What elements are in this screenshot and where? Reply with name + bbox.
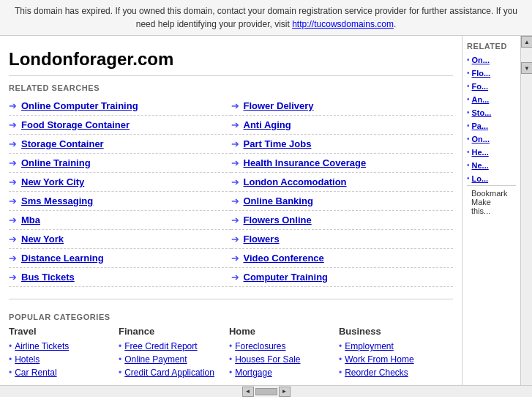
arrow-icon: •: [467, 95, 470, 103]
search-link[interactable]: Online Banking: [244, 195, 313, 206]
sidebar-link[interactable]: Ne...: [472, 161, 489, 170]
scroll-thumb[interactable]: [255, 388, 277, 395]
scroll-left-button[interactable]: ◄: [242, 387, 254, 397]
category-link[interactable]: Foreclosures: [235, 341, 285, 351]
category-link[interactable]: Mortgage: [235, 368, 272, 378]
search-item: ➔Sms Messaging: [9, 192, 231, 211]
category-link[interactable]: Reorder Checks: [345, 368, 408, 378]
category-column: HomeForeclosuresHouses For SaleMortgage: [229, 326, 324, 379]
category-item: Reorder Checks: [339, 366, 434, 379]
arrow-icon: •: [467, 135, 470, 143]
sidebar-item: •He...: [467, 146, 516, 159]
scroll-right-button[interactable]: ►: [279, 387, 291, 397]
search-link[interactable]: Food Storage Container: [21, 119, 130, 130]
vertical-scrollbar[interactable]: ▲ ▼: [520, 36, 532, 385]
sidebar-link[interactable]: Pa...: [472, 122, 489, 130]
arrow-icon: ➔: [9, 157, 17, 168]
search-link[interactable]: Flowers: [244, 234, 280, 245]
search-link[interactable]: Mba: [21, 215, 40, 225]
category-item: Mortgage: [229, 366, 324, 379]
category-title: Finance: [119, 326, 214, 337]
search-item: ➔London Accomodation: [231, 173, 454, 192]
search-link[interactable]: Computer Training: [244, 272, 329, 283]
category-item: Car Rental: [9, 366, 104, 379]
category-item: Houses For Sale: [229, 353, 324, 366]
search-item: ➔Storage Container: [9, 135, 231, 154]
notification-link[interactable]: http://tucowsdomains.com: [292, 19, 394, 29]
popular-categories-section: POPULAR CATEGORIES TravelAirline Tickets…: [9, 299, 453, 379]
bookmark-bar: Bookmark Make this...: [467, 185, 516, 218]
search-link[interactable]: Storage Container: [21, 138, 104, 149]
category-link[interactable]: Credit Card Application: [124, 368, 214, 378]
related-searches-label: RELATED SEARCHES: [9, 76, 453, 97]
scroll-down-button[interactable]: ▼: [521, 62, 532, 74]
sidebar-item: •On...: [467, 133, 516, 146]
category-link[interactable]: Work From Home: [345, 354, 413, 365]
category-link[interactable]: Houses For Sale: [235, 354, 300, 365]
arrow-icon: ➔: [231, 234, 239, 245]
search-link[interactable]: New York: [21, 234, 64, 245]
arrow-icon: ➔: [231, 157, 239, 168]
category-item: Hotels: [9, 353, 104, 366]
sidebar-link[interactable]: On...: [472, 135, 490, 143]
category-link[interactable]: Free Credit Report: [124, 341, 197, 351]
sidebar-item: •Lo...: [467, 172, 516, 185]
category-item: Online Payment: [119, 353, 214, 366]
arrow-icon: ➔: [231, 253, 239, 264]
category-item: Airline Tickets: [9, 340, 104, 353]
arrow-icon: •: [467, 56, 470, 64]
sidebar-link[interactable]: An...: [472, 95, 490, 104]
category-link[interactable]: Online Payment: [124, 354, 187, 365]
search-link[interactable]: Flower Delivery: [244, 100, 314, 111]
search-item: ➔Health Insurance Coverage: [231, 154, 454, 173]
notification-bar: This domain has expired. If you owned th…: [0, 0, 532, 36]
search-link[interactable]: Sms Messaging: [21, 195, 93, 206]
arrow-icon: •: [467, 82, 470, 90]
search-link[interactable]: Online Computer Training: [21, 100, 138, 111]
category-link[interactable]: Car Rental: [15, 368, 56, 378]
sidebar-link[interactable]: He...: [472, 148, 489, 157]
search-item: ➔Online Banking: [231, 192, 454, 211]
search-item: ➔Flower Delivery: [231, 97, 454, 116]
search-link[interactable]: Flowers Online: [244, 215, 312, 225]
arrow-icon: ➔: [231, 119, 239, 130]
category-item: Foreclosures: [229, 340, 324, 353]
scroll-up-button[interactable]: ▲: [521, 36, 532, 48]
search-link[interactable]: Part Time Jobs: [244, 138, 312, 149]
arrow-icon: ➔: [231, 100, 239, 111]
center-content: Londonforager.com RELATED SEARCHES ➔Onli…: [0, 36, 462, 385]
arrow-icon: ➔: [9, 272, 17, 283]
arrow-icon: ➔: [9, 215, 17, 225]
search-link[interactable]: Bus Tickets: [21, 272, 75, 283]
search-item: ➔Part Time Jobs: [231, 135, 454, 154]
sidebar-link[interactable]: Sto...: [472, 108, 492, 117]
category-link[interactable]: Airline Tickets: [15, 341, 69, 351]
search-link[interactable]: London Accomodation: [244, 176, 347, 187]
sidebar-item: •Flo...: [467, 67, 516, 80]
sidebar-link[interactable]: Flo...: [472, 69, 491, 78]
arrow-icon: ➔: [9, 253, 17, 264]
category-title: Travel: [9, 326, 104, 337]
notification-text: This domain has expired. If you owned th…: [15, 6, 517, 29]
horizontal-scrollbar[interactable]: ◄ ►: [0, 385, 532, 397]
sidebar-link[interactable]: On...: [472, 56, 490, 64]
arrow-icon: ➔: [9, 176, 17, 187]
category-item: Credit Card Application: [119, 366, 214, 379]
search-link[interactable]: Online Training: [21, 157, 91, 168]
category-column: FinanceFree Credit ReportOnline PaymentC…: [119, 326, 214, 379]
search-link[interactable]: New York City: [21, 176, 84, 187]
search-link[interactable]: Health Insurance Coverage: [244, 157, 367, 168]
sidebar-link[interactable]: Fo...: [472, 82, 489, 91]
search-link[interactable]: Anti Aging: [244, 119, 291, 130]
category-link[interactable]: Hotels: [15, 354, 40, 365]
arrow-icon: •: [467, 161, 470, 169]
arrow-icon: •: [467, 148, 470, 156]
arrow-icon: ➔: [231, 272, 239, 283]
search-link[interactable]: Video Conference: [244, 253, 324, 264]
sidebar-link[interactable]: Lo...: [472, 174, 489, 183]
arrow-icon: •: [467, 69, 470, 77]
arrow-icon: ➔: [231, 215, 239, 225]
category-item: Work From Home: [339, 353, 434, 366]
search-link[interactable]: Distance Learning: [21, 253, 104, 264]
category-link[interactable]: Employment: [345, 341, 394, 351]
